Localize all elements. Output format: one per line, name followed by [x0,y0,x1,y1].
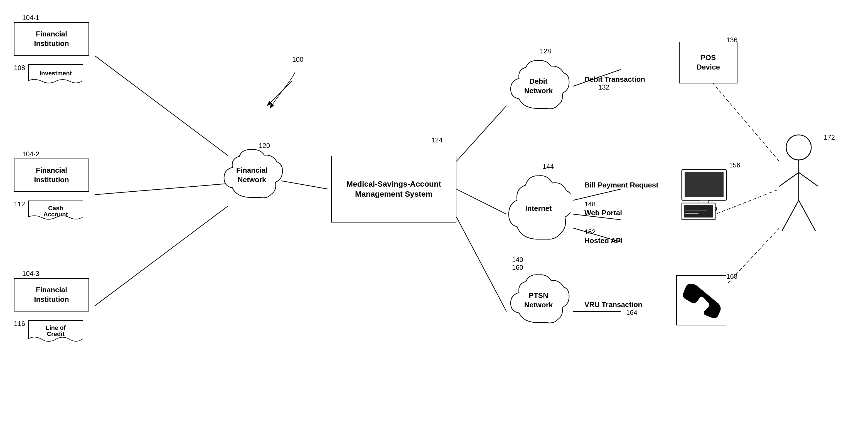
ref-116: 116 [14,320,25,328]
svg-line-34 [799,172,818,187]
svg-point-31 [786,135,811,160]
msa-system-box: Medical-Savings-AccountManagement System [331,156,456,223]
ref-148: 148 [584,200,595,208]
pos-device-box: POSDevice [679,42,738,83]
ref-112: 112 [14,200,25,208]
svg-line-36 [799,200,815,231]
debit-transaction-label: Debit Transaction [584,75,645,84]
internet-cloud: Internet [506,170,570,247]
fi1-main-box: FinancialInstitution [14,22,89,56]
ref-160: 160 [512,264,523,271]
svg-line-33 [779,172,799,187]
svg-text:Investment: Investment [39,70,72,77]
diagram: 100 FinancialInstitution Investment 108 … [0,0,868,440]
ref-108: 108 [14,64,25,72]
fi3-credit-box: Line of Credit [28,320,84,346]
ref-152: 152 [584,228,595,236]
ref-104-2: 104-2 [22,150,39,158]
svg-line-10 [573,189,621,200]
ptsn-cloud: PTSNNetwork [506,270,570,331]
ref-100: 100 [292,56,303,63]
ref-124: 124 [431,136,442,144]
fi2-main-box: FinancialInstitution [14,159,89,192]
ref-128: 128 [540,47,551,55]
svg-text:Credit: Credit [47,330,65,337]
ref-140: 140 [512,256,523,264]
ref-120: 120 [259,142,270,149]
bill-payment-label: Bill Payment Request [584,181,658,190]
ref-132: 132 [598,83,610,91]
svg-line-6 [456,106,506,161]
phone-icon-box [676,275,726,326]
computer-icon [676,167,732,223]
ref-164: 164 [626,309,637,316]
svg-text:Account: Account [43,211,68,218]
svg-rect-23 [685,172,723,197]
svg-line-3 [95,183,228,195]
fi1-investment-box: Investment [28,64,84,87]
svg-line-5 [281,181,329,189]
svg-line-8 [456,217,506,311]
financial-network-cloud: FinancialNetwork [220,145,284,206]
ref-104-1: 104-1 [22,14,39,22]
vru-transaction-label: VRU Transaction [584,300,642,309]
ref-168: 168 [726,273,738,280]
ref-156: 156 [729,161,740,169]
ref-144: 144 [543,163,554,170]
svg-line-4 [95,206,228,306]
svg-line-35 [782,200,799,231]
web-portal-label: Web Portal [584,209,622,217]
ref-136: 136 [726,36,738,44]
hosted-api-label: Hosted API [584,236,623,245]
svg-rect-27 [684,205,713,217]
svg-line-2 [95,56,228,156]
fi3-main-box: FinancialInstitution [14,278,89,311]
fi2-cash-box: Cash Account [28,200,84,224]
ref-172: 172 [824,134,835,141]
debit-network-cloud: DebitNetwork [506,56,570,117]
ref-104-3: 104-3 [22,270,39,278]
stick-figure [774,134,824,246]
svg-line-7 [456,189,506,214]
